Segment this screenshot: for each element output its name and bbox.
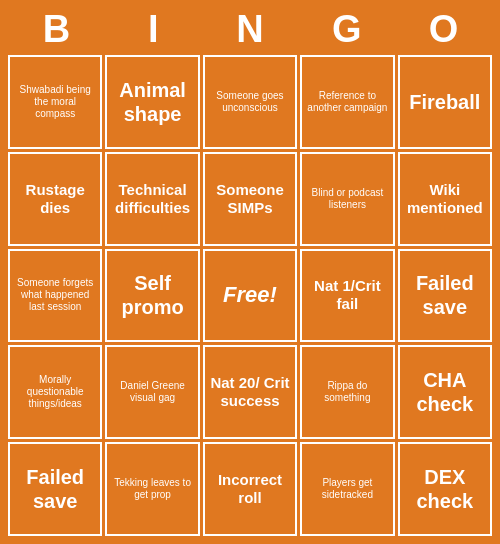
cell-13[interactable]: Nat 1/Crit fail [300,249,394,343]
cell-24[interactable]: DEX check [398,442,492,536]
cell-12-free[interactable]: Free! [203,249,297,343]
cell-21[interactable]: Tekking leaves to get prop [105,442,199,536]
cell-3[interactable]: Reference to another campaign [300,55,394,149]
cell-11[interactable]: Self promo [105,249,199,343]
cell-5[interactable]: Rustage dies [8,152,102,246]
cell-10[interactable]: Someone forgets what happened last sessi… [8,249,102,343]
cell-8[interactable]: Blind or podcast listeners [300,152,394,246]
letter-n: N [206,8,294,51]
cell-23[interactable]: Players get sidetracked [300,442,394,536]
bingo-grid: Shwabadi being the moral compass Animal … [8,55,492,536]
letter-o: O [400,8,488,51]
cell-20[interactable]: Failed save [8,442,102,536]
cell-14[interactable]: Failed save [398,249,492,343]
cell-6[interactable]: Technical difficulties [105,152,199,246]
cell-15[interactable]: Morally questionable things/ideas [8,345,102,439]
cell-18[interactable]: Rippa do something [300,345,394,439]
cell-19[interactable]: CHA check [398,345,492,439]
letter-g: G [303,8,391,51]
bingo-title: B I N G O [8,8,492,51]
cell-17[interactable]: Nat 20/ Crit success [203,345,297,439]
letter-i: I [109,8,197,51]
cell-0[interactable]: Shwabadi being the moral compass [8,55,102,149]
cell-2[interactable]: Someone goes unconscious [203,55,297,149]
cell-4[interactable]: Fireball [398,55,492,149]
cell-7[interactable]: Someone SIMPs [203,152,297,246]
cell-16[interactable]: Daniel Greene visual gag [105,345,199,439]
cell-1[interactable]: Animal shape [105,55,199,149]
cell-9[interactable]: Wiki mentioned [398,152,492,246]
cell-22[interactable]: Incorrect roll [203,442,297,536]
letter-b: B [12,8,100,51]
